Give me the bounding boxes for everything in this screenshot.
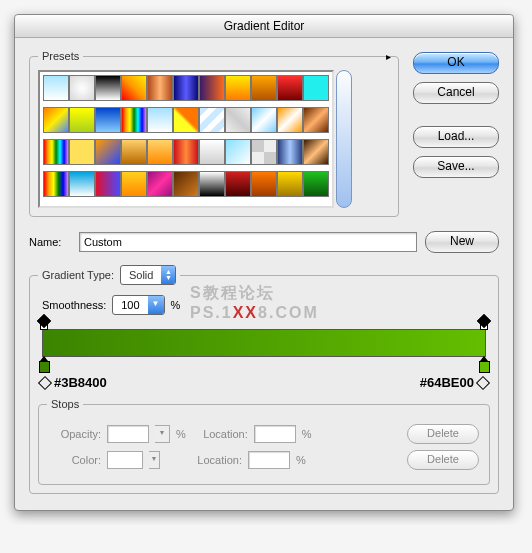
preset-swatch[interactable] <box>69 75 95 101</box>
cancel-button[interactable]: Cancel <box>413 82 499 104</box>
preset-swatch[interactable] <box>69 139 95 165</box>
preset-swatch[interactable] <box>69 171 95 197</box>
presets-flyout-icon[interactable]: ▸ <box>380 50 396 66</box>
preset-swatch[interactable] <box>199 107 225 133</box>
preset-swatch[interactable] <box>43 171 69 197</box>
preset-swatch[interactable] <box>43 139 69 165</box>
preset-swatch[interactable] <box>277 171 303 197</box>
preset-swatch[interactable] <box>277 139 303 165</box>
preset-swatch[interactable] <box>277 75 303 101</box>
smoothness-input[interactable]: 100 ▼ <box>112 295 164 315</box>
preset-swatch[interactable] <box>173 171 199 197</box>
new-button[interactable]: New <box>425 231 499 253</box>
color-label: Color: <box>49 454 101 466</box>
preset-swatches <box>38 70 334 208</box>
presets-group: Presets ▸ <box>29 50 399 217</box>
preset-swatch[interactable] <box>251 107 277 133</box>
color-location-label: Location: <box>186 454 242 466</box>
preset-swatch[interactable] <box>225 171 251 197</box>
opacity-input <box>107 425 149 443</box>
load-button[interactable]: Load... <box>413 126 499 148</box>
preset-swatch[interactable] <box>95 107 121 133</box>
name-label: Name: <box>29 236 71 248</box>
preset-swatch[interactable] <box>173 107 199 133</box>
preset-swatch[interactable] <box>95 171 121 197</box>
preset-swatch[interactable] <box>303 107 329 133</box>
preset-swatch[interactable] <box>121 107 147 133</box>
smoothness-label: Smoothness: <box>42 299 106 311</box>
dialog-button-column: OK Cancel Load... Save... <box>413 50 499 178</box>
chevron-down-icon: ▼ <box>148 296 164 314</box>
preset-swatch[interactable] <box>95 75 121 101</box>
preset-swatch[interactable] <box>147 139 173 165</box>
preset-swatch[interactable] <box>199 171 225 197</box>
preset-swatch[interactable] <box>251 75 277 101</box>
diamond-icon <box>476 375 490 389</box>
preset-swatch[interactable] <box>147 107 173 133</box>
delete-opacity-stop-button: Delete <box>407 424 479 444</box>
preset-swatch[interactable] <box>43 107 69 133</box>
preset-swatch[interactable] <box>173 139 199 165</box>
diamond-icon <box>38 375 52 389</box>
opacity-stop-right[interactable] <box>479 316 489 328</box>
preset-swatch[interactable] <box>173 75 199 101</box>
preset-swatch[interactable] <box>225 107 251 133</box>
opacity-stop-row: Opacity: ▼ % Location: % Delete <box>49 424 479 444</box>
preset-swatch[interactable] <box>121 75 147 101</box>
preset-swatch[interactable] <box>251 171 277 197</box>
right-stop-hex: #64BE00 <box>420 375 488 390</box>
color-location-unit: % <box>296 454 306 466</box>
preset-swatch[interactable] <box>121 139 147 165</box>
name-input[interactable] <box>79 232 417 252</box>
gradient-preview <box>42 329 486 357</box>
color-well <box>107 451 143 469</box>
opacity-unit: % <box>176 428 186 440</box>
preset-swatch[interactable] <box>303 171 329 197</box>
preset-swatch[interactable] <box>303 75 329 101</box>
preset-swatch[interactable] <box>251 139 277 165</box>
gradient-type-select[interactable]: Solid ▲▼ <box>120 265 176 285</box>
opacity-location-label: Location: <box>192 428 248 440</box>
chevron-down-icon: ▼ <box>155 425 170 443</box>
color-stop-left[interactable] <box>38 356 50 373</box>
preset-swatch[interactable] <box>147 75 173 101</box>
gradient-track[interactable] <box>42 329 486 357</box>
ok-button[interactable]: OK <box>413 52 499 74</box>
gradient-type-group: Gradient Type: Solid ▲▼ S教程论坛 PS.1XX8.CO… <box>29 265 499 494</box>
color-stop-row: Color: ▼ Location: % Delete <box>49 450 479 470</box>
delete-color-stop-button: Delete <box>407 450 479 470</box>
stops-group: Stops Opacity: ▼ % Location: % Delete Co… <box>38 398 490 485</box>
gradient-type-label: Gradient Type: <box>42 269 114 281</box>
presets-legend: Presets <box>38 50 83 62</box>
opacity-location-input <box>254 425 296 443</box>
preset-swatch[interactable] <box>95 139 121 165</box>
stops-legend: Stops <box>47 398 83 410</box>
save-button[interactable]: Save... <box>413 156 499 178</box>
preset-swatch[interactable] <box>147 171 173 197</box>
chevron-down-icon: ▼ <box>149 451 160 469</box>
left-stop-hex: #3B8400 <box>40 375 107 390</box>
preset-swatch[interactable] <box>69 107 95 133</box>
color-location-input <box>248 451 290 469</box>
preset-swatch[interactable] <box>225 139 251 165</box>
presets-scrollbar[interactable] <box>336 70 352 208</box>
window-title: Gradient Editor <box>15 15 513 38</box>
preset-swatch[interactable] <box>277 107 303 133</box>
preset-swatch[interactable] <box>121 171 147 197</box>
opacity-location-unit: % <box>302 428 312 440</box>
preset-swatch[interactable] <box>199 139 225 165</box>
preset-swatch[interactable] <box>43 75 69 101</box>
smoothness-unit: % <box>171 299 181 311</box>
gradient-editor-window: Gradient Editor Presets ▸ OK Cancel Load… <box>14 14 514 511</box>
opacity-label: Opacity: <box>49 428 101 440</box>
preset-swatch[interactable] <box>225 75 251 101</box>
chevron-updown-icon: ▲▼ <box>161 266 175 284</box>
opacity-stop-left[interactable] <box>39 316 49 328</box>
preset-swatch[interactable] <box>303 139 329 165</box>
color-stop-right[interactable] <box>478 356 490 373</box>
preset-swatch[interactable] <box>199 75 225 101</box>
